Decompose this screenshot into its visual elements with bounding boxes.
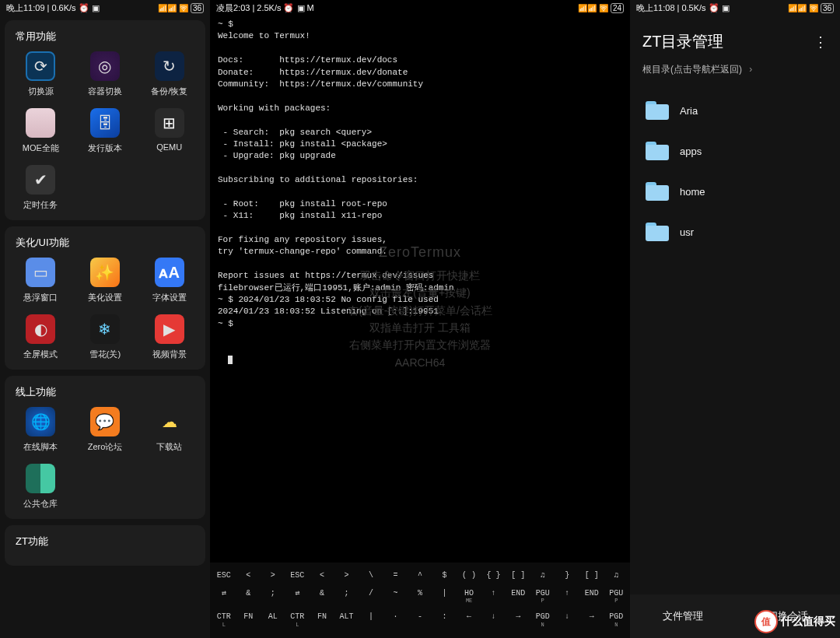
- key[interactable]: :: [432, 609, 457, 631]
- tool-label: 下载站: [156, 441, 182, 453]
- network-icon: 📶📶 🛜: [578, 4, 608, 12]
- key[interactable]: ♫: [530, 568, 555, 584]
- folder-name: home: [680, 186, 705, 198]
- tool-switch-source[interactable]: ⟳切换源: [11, 51, 71, 97]
- tool-label: 公共仓库: [23, 498, 58, 510]
- folder-item[interactable]: apps: [638, 131, 832, 171]
- watermark-text: 什么值得买: [781, 615, 835, 629]
- tool-float-window[interactable]: ▭悬浮窗口: [11, 258, 71, 303]
- hint-line: 双指单击打开 工具箱: [210, 319, 630, 336]
- key[interactable]: ↓: [481, 609, 506, 631]
- key[interactable]: AL: [261, 609, 285, 631]
- more-menu-icon[interactable]: ⋮: [814, 33, 828, 51]
- key[interactable]: PGDN: [530, 609, 555, 631]
- section: 美化/UI功能▭悬浮窗口✨美化设置ᴀA字体设置◐全屏模式❄雪花(关)▶视频背景: [5, 226, 205, 370]
- sidebar-pane: 晚上11:09 | 0.6K/s ⏰ ▣ 📶📶 🛜 36 常用功能⟳切换源◎容器…: [0, 0, 210, 638]
- key[interactable]: ·: [383, 609, 408, 631]
- key[interactable]: /: [359, 586, 383, 608]
- tool-label: 字体设置: [152, 292, 187, 303]
- folder-item[interactable]: usr: [638, 212, 832, 252]
- key[interactable]: [ ]: [506, 568, 530, 584]
- tool-video-bg[interactable]: ▶视频背景: [139, 314, 199, 360]
- key[interactable]: ALT: [334, 609, 359, 631]
- key[interactable]: %: [408, 586, 432, 608]
- key[interactable]: ;: [334, 586, 359, 608]
- status-bar-left: 晚上11:09 | 0.6K/s ⏰ ▣ 📶📶 🛜 36: [0, 0, 210, 16]
- key[interactable]: >: [334, 568, 359, 584]
- terminal-output[interactable]: ~ $ Welcome to Termux! Docs: https://ter…: [210, 16, 630, 545]
- key[interactable]: |: [359, 609, 383, 631]
- key[interactable]: ESC: [212, 568, 236, 584]
- key[interactable]: →: [579, 609, 604, 631]
- key[interactable]: ( ): [457, 568, 481, 584]
- terminal-pane: 凌晨2:03 | 2.5K/s ⏰ ▣ M 📶📶 🛜 24 ~ $ Welcom…: [210, 0, 630, 638]
- hint-line: 右侧菜单打开内置文件浏览器: [210, 336, 630, 353]
- key[interactable]: CTRL: [212, 609, 236, 631]
- folder-item[interactable]: Aria: [638, 90, 832, 131]
- key[interactable]: |: [432, 586, 457, 608]
- key[interactable]: <: [236, 568, 261, 584]
- key[interactable]: ^: [408, 568, 432, 584]
- key[interactable]: <: [310, 568, 334, 584]
- time: 晚上11:08: [636, 2, 675, 14]
- key[interactable]: HOME: [457, 586, 481, 608]
- folder-icon: [646, 223, 669, 241]
- key[interactable]: &: [310, 586, 334, 608]
- hint-line: 右(音量-按键)打开菜单/会话栏: [210, 302, 630, 319]
- sidebar-scroll[interactable]: 常用功能⟳切换源◎容器切换↻备份/恢复MOE全能🗄发行版本⊞QEMU✔定时任务美…: [0, 16, 210, 638]
- key[interactable]: =: [383, 568, 408, 584]
- key[interactable]: END: [579, 586, 604, 608]
- tool-font[interactable]: ᴀA字体设置: [139, 258, 199, 303]
- key[interactable]: ←: [457, 609, 481, 631]
- battery-icon: 36: [191, 3, 204, 13]
- key[interactable]: }: [555, 568, 579, 584]
- key[interactable]: ⇄: [212, 586, 236, 608]
- key[interactable]: \: [359, 568, 383, 584]
- tool-zero-forum[interactable]: 💬Zero论坛: [75, 407, 135, 453]
- tool-downloads[interactable]: ☁下载站: [139, 407, 199, 453]
- video-bg-icon: ▶: [155, 314, 184, 344]
- key[interactable]: [ ]: [579, 568, 604, 584]
- tool-container-switch[interactable]: ◎容器切换: [75, 51, 135, 97]
- tool-moe[interactable]: MOE全能: [11, 108, 71, 154]
- key[interactable]: FN: [310, 609, 334, 631]
- moe-icon: [26, 108, 55, 138]
- tool-distro[interactable]: 🗄发行版本: [75, 108, 135, 154]
- key[interactable]: $: [432, 568, 457, 584]
- tool-fullscreen[interactable]: ◐全屏模式: [11, 314, 71, 360]
- tool-public-repo[interactable]: 公共仓库: [11, 464, 71, 510]
- key[interactable]: PGUP: [530, 586, 555, 608]
- key[interactable]: ♫: [604, 568, 629, 584]
- tool-beautify[interactable]: ✨美化设置: [75, 258, 135, 303]
- key[interactable]: &: [236, 586, 261, 608]
- key[interactable]: →: [506, 609, 530, 631]
- hint-line: AARCH64: [210, 354, 630, 371]
- float-window-icon: ▭: [26, 258, 55, 287]
- folder-item[interactable]: home: [638, 171, 832, 212]
- key[interactable]: ESC: [285, 568, 310, 584]
- tool-cron[interactable]: ✔定时任务: [11, 165, 71, 211]
- key[interactable]: ~: [383, 586, 408, 608]
- key[interactable]: FN: [236, 609, 261, 631]
- key[interactable]: ↓: [555, 609, 579, 631]
- tool-snow[interactable]: ❄雪花(关): [75, 314, 135, 360]
- key[interactable]: { }: [481, 568, 506, 584]
- key[interactable]: -: [408, 609, 432, 631]
- key[interactable]: >: [261, 568, 285, 584]
- tool-backup-restore[interactable]: ↻备份/恢复: [139, 51, 199, 97]
- tool-online-scripts[interactable]: 🌐在线脚本: [11, 407, 71, 453]
- tool-qemu[interactable]: ⊞QEMU: [139, 108, 199, 154]
- file-manage-tab[interactable]: 文件管理: [663, 609, 703, 623]
- online-scripts-icon: 🌐: [26, 407, 55, 436]
- key[interactable]: END: [506, 586, 530, 608]
- hint-line: 双击命令窗口打开快捷栏: [210, 267, 630, 284]
- key[interactable]: ⇄: [285, 586, 310, 608]
- key[interactable]: ;: [261, 586, 285, 608]
- key[interactable]: CTRL: [285, 609, 310, 631]
- key[interactable]: ↑: [481, 586, 506, 608]
- key[interactable]: PGUP: [604, 586, 629, 608]
- key[interactable]: PGDN: [604, 609, 629, 631]
- tool-label: QEMU: [156, 142, 182, 152]
- breadcrumb[interactable]: 根目录(点击导航栏返回) ›: [630, 63, 840, 86]
- key[interactable]: ↑: [555, 586, 579, 608]
